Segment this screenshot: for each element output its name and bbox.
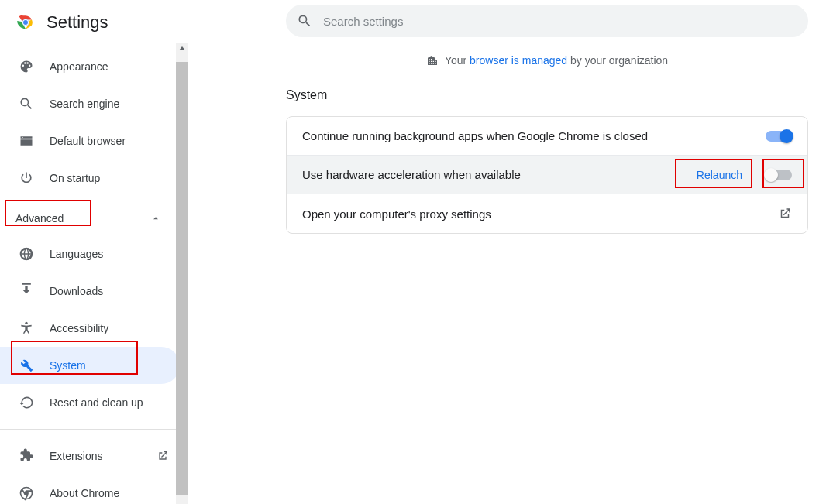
section-title: System	[286, 88, 808, 102]
app-title: Settings	[46, 12, 108, 33]
svg-point-3	[25, 322, 27, 324]
sidebar-item-label: System	[50, 359, 86, 372]
sidebar-item-languages[interactable]: Languages	[0, 235, 180, 273]
chrome-logo-icon	[15, 12, 36, 33]
sidebar-item-appearance[interactable]: Appearance	[0, 48, 180, 85]
sidebar-item-label: Default browser	[50, 135, 126, 147]
search-box[interactable]	[286, 5, 808, 37]
sidebar-item-extensions[interactable]: Extensions	[0, 437, 180, 475]
search-input[interactable]	[323, 15, 808, 28]
sidebar-item-label: Extensions	[50, 450, 102, 462]
building-icon	[426, 54, 439, 67]
setting-row-bg-apps: Continue running background apps when Go…	[287, 117, 807, 155]
restore-icon	[19, 395, 34, 410]
setting-row-hw-accel: Use hardware acceleration when available…	[287, 155, 807, 194]
relaunch-button[interactable]: Relaunch	[697, 169, 742, 181]
extensions-icon	[19, 448, 34, 464]
sidebar-item-label: Downloads	[50, 285, 103, 297]
toggle-hw-accel[interactable]	[766, 170, 792, 180]
sidebar-item-about[interactable]: About Chrome	[0, 475, 180, 504]
divider	[0, 429, 180, 430]
advanced-label: Advanced	[15, 212, 64, 225]
sidebar-item-accessibility[interactable]: Accessibility	[0, 310, 180, 347]
app-header: Settings	[0, 0, 188, 45]
sidebar-item-on-startup[interactable]: On startup	[0, 159, 180, 197]
sidebar-item-system[interactable]: System	[0, 347, 180, 384]
managed-link[interactable]: browser is managed	[470, 54, 567, 67]
setting-label: Use hardware acceleration when available	[302, 168, 697, 181]
browser-icon	[19, 133, 34, 149]
power-icon	[19, 170, 34, 186]
sidebar-item-label: Languages	[50, 248, 103, 260]
open-external-icon	[157, 450, 169, 462]
advanced-toggle[interactable]: Advanced	[0, 201, 180, 235]
sidebar-item-downloads[interactable]: Downloads	[0, 273, 180, 310]
toggle-bg-apps[interactable]	[766, 131, 792, 142]
scrollbar-thumb[interactable]	[176, 62, 188, 495]
palette-icon	[19, 59, 34, 74]
managed-text: Your browser is managed by your organiza…	[445, 54, 668, 67]
managed-banner: Your browser is managed by your organiza…	[286, 54, 808, 67]
sidebar-item-label: On startup	[50, 172, 100, 184]
search-icon	[297, 13, 312, 29]
scroll-up-icon	[179, 46, 185, 50]
sidebar-item-reset[interactable]: Reset and clean up	[0, 384, 180, 421]
sidebar-item-default-browser[interactable]: Default browser	[0, 122, 180, 159]
download-icon	[19, 283, 34, 299]
nav: Appearance Search engine Default browser…	[0, 45, 180, 504]
search-icon	[19, 96, 34, 111]
sidebar: Settings Appearance Search engine De	[0, 0, 188, 504]
sidebar-item-search-engine[interactable]: Search engine	[0, 85, 180, 122]
sidebar-item-label: Reset and clean up	[50, 396, 143, 409]
setting-label: Continue running background apps when Go…	[302, 129, 766, 142]
sidebar-item-label: Accessibility	[50, 322, 108, 334]
scrollbar[interactable]	[176, 43, 188, 504]
globe-icon	[19, 246, 34, 262]
wrench-icon	[19, 358, 34, 373]
sidebar-item-label: About Chrome	[50, 487, 119, 499]
sidebar-item-label: Search engine	[50, 98, 119, 110]
setting-label: Open your computer's proxy settings	[302, 207, 778, 221]
accessibility-icon	[19, 321, 34, 336]
system-card: Continue running background apps when Go…	[286, 116, 808, 234]
sidebar-item-label: Appearance	[50, 60, 108, 73]
main-content: Your browser is managed by your organiza…	[188, 0, 833, 504]
setting-row-proxy[interactable]: Open your computer's proxy settings	[287, 194, 807, 233]
open-external-icon	[778, 207, 792, 221]
chevron-up-icon	[150, 213, 161, 224]
chrome-icon	[19, 485, 34, 501]
